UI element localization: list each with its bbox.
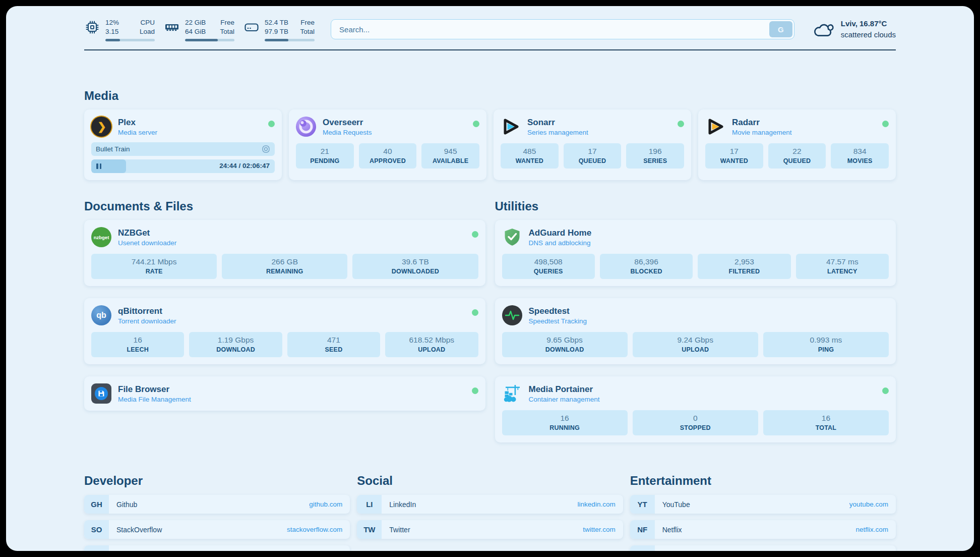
service-title: Sonarr: [527, 117, 588, 128]
cpu-widget: 12% 3.15 CPU Load: [84, 18, 155, 41]
bookmark-stackoverflow[interactable]: SO StackOverflow stackoverflow.com: [84, 520, 350, 539]
playback-progress-bar[interactable]: 24:44 / 02:06:47: [91, 159, 275, 173]
memory-free-label: Free: [217, 18, 234, 27]
disk-icon: [243, 19, 260, 35]
search-input[interactable]: [331, 19, 794, 39]
section-title-media: Media: [84, 89, 896, 103]
service-title: qBittorrent: [118, 306, 176, 316]
sonarr-icon: [501, 117, 521, 137]
search-engine-button[interactable]: G: [769, 21, 792, 37]
service-subtitle: Movie management: [732, 129, 792, 136]
service-title: File Browser: [118, 384, 191, 395]
bookmark-domain: linkedin.com: [578, 500, 616, 508]
cpu-load-value: 3.15: [105, 27, 129, 36]
bookmark-domain: netflix.com: [855, 526, 888, 533]
status-dot: [472, 387, 478, 394]
weather-location: Lviv, 16.87°C: [841, 18, 896, 29]
stat-ping: 0.993 ms PING: [763, 332, 889, 357]
service-title: Media Portainer: [529, 384, 600, 395]
playback-time: 24:44 / 02:06:47: [219, 162, 270, 170]
service-card-portainer[interactable]: Media Portainer Container management 16 …: [495, 376, 896, 442]
bookmark-netflix[interactable]: NF Netflix netflix.com: [630, 520, 896, 539]
service-title: Overseerr: [323, 117, 372, 128]
service-subtitle: Usenet downloader: [118, 239, 176, 247]
status-dot: [678, 121, 684, 127]
stat-movies: 834 MOVIES: [831, 143, 889, 169]
stat-remaining: 266 GB REMAINING: [222, 254, 347, 279]
bookmark-youtube[interactable]: YT YouTube youtube.com: [630, 495, 896, 514]
stat-downloaded: 39.6 TB DOWNLOADED: [352, 254, 478, 279]
service-card-qbittorrent[interactable]: qb qBittorrent Torrent downloader 16: [84, 298, 485, 364]
status-dot: [268, 121, 275, 127]
stat-leech: 16 LEECH: [91, 332, 184, 357]
disk-widget: 52.4 TB 97.9 TB Free Total: [243, 18, 315, 41]
bookmark-abbr: GH: [84, 495, 109, 514]
status-dot: [882, 121, 889, 127]
portainer-icon: [502, 383, 522, 404]
cloud-icon: [812, 19, 835, 40]
overseerr-icon: [296, 117, 316, 137]
weather-widget[interactable]: Lviv, 16.87°C scattered clouds: [812, 18, 896, 40]
stat-queries: 498,508 QUERIES: [502, 254, 595, 279]
bookmark-github[interactable]: GH Github github.com: [84, 495, 350, 514]
bookmark-domain: youtube.com: [849, 500, 888, 508]
qbittorrent-icon: qb: [91, 305, 111, 325]
pause-icon[interactable]: [96, 163, 101, 169]
disk-free-value: 52.4 TB: [265, 18, 288, 27]
stat-queued: 17 QUEUED: [564, 143, 622, 169]
stat-filtered: 2,953 FILTERED: [698, 254, 790, 279]
service-card-radarr[interactable]: Radarr Movie management 17 WANTED 22 QUE…: [698, 109, 896, 180]
bookmark-abbr: DT: [84, 545, 109, 551]
bookmark-abbr: YT: [630, 495, 655, 514]
disk-free-label: Free: [297, 18, 315, 27]
bookmark-domain: stackoverflow.com: [287, 526, 342, 533]
disk-total-label: Total: [297, 27, 315, 36]
bookmark-abbr: NF: [630, 520, 655, 539]
stat-series: 196 SERIES: [626, 143, 684, 169]
stat-seed: 471 SEED: [287, 332, 380, 357]
status-dot: [473, 121, 479, 127]
service-subtitle: Series management: [527, 129, 588, 136]
service-card-filebrowser[interactable]: File Browser Media File Management: [84, 376, 485, 411]
filebrowser-icon: [91, 383, 111, 404]
service-card-sonarr[interactable]: Sonarr Series management 485 WANTED 17 Q…: [494, 109, 691, 180]
stat-available: 945 AVAILABLE: [421, 143, 479, 169]
service-subtitle: Media Requests: [323, 129, 372, 136]
service-card-speedtest[interactable]: Speedtest Speedtest Tracking 9.65 Gbps D…: [495, 298, 896, 364]
cpu-usage-value: 12%: [105, 18, 129, 27]
bookmark-linkedin[interactable]: LI LinkedIn linkedin.com: [357, 495, 623, 514]
bookmark-reddit[interactable]: RE Reddit reddit.com: [630, 545, 896, 551]
service-card-nzbget[interactable]: nzbget NZBGet Usenet downloader 744.21 M…: [84, 220, 485, 286]
bookmark-twitter[interactable]: TW Twitter twitter.com: [357, 520, 623, 539]
stat-upload: 9.24 Gbps UPLOAD: [633, 332, 758, 357]
disk-total-value: 97.9 TB: [265, 27, 288, 36]
adguard-icon: [502, 227, 522, 247]
service-title: Plex: [118, 117, 157, 128]
section-title-documents: Documents & Files: [84, 199, 485, 213]
bookmark-name: StackOverflow: [116, 526, 162, 534]
stat-rate: 744.21 Mbps RATE: [91, 254, 217, 279]
settings-icon[interactable]: [262, 145, 270, 153]
bookmark-dev[interactable]: DT DEV dev.to: [84, 545, 350, 551]
stat-approved: 40 APPROVED: [359, 143, 417, 169]
bookmark-abbr: LI: [357, 495, 382, 514]
service-subtitle: Media server: [118, 129, 157, 136]
service-card-plex[interactable]: ❯ Plex Media server Bullet Train: [84, 109, 282, 180]
stat-wanted: 485 WANTED: [501, 143, 559, 169]
service-card-overseerr[interactable]: Overseerr Media Requests 21 PENDING 40 A…: [289, 109, 486, 180]
top-bar: 12% 3.15 CPU Load: [84, 6, 896, 41]
service-card-adguard[interactable]: AdGuard Home DNS and adblocking 498,508 …: [495, 220, 896, 286]
speedtest-icon: [502, 305, 522, 325]
cpu-label: CPU: [138, 18, 155, 27]
memory-widget: 22 GiB 64 GiB Free Total: [164, 18, 234, 41]
bookmark-name: YouTube: [662, 500, 690, 509]
bookmark-name: LinkedIn: [389, 500, 416, 509]
service-title: AdGuard Home: [529, 228, 592, 238]
section-title-developer: Developer: [84, 474, 350, 488]
stat-queued: 22 QUEUED: [768, 143, 826, 169]
bookmark-domain: twitter.com: [583, 526, 616, 533]
stat-wanted: 17 WANTED: [705, 143, 763, 169]
now-playing-title: Bullet Train: [96, 145, 130, 153]
stat-stopped: 0 STOPPED: [633, 410, 758, 435]
disk-progress-bar: [265, 39, 315, 41]
